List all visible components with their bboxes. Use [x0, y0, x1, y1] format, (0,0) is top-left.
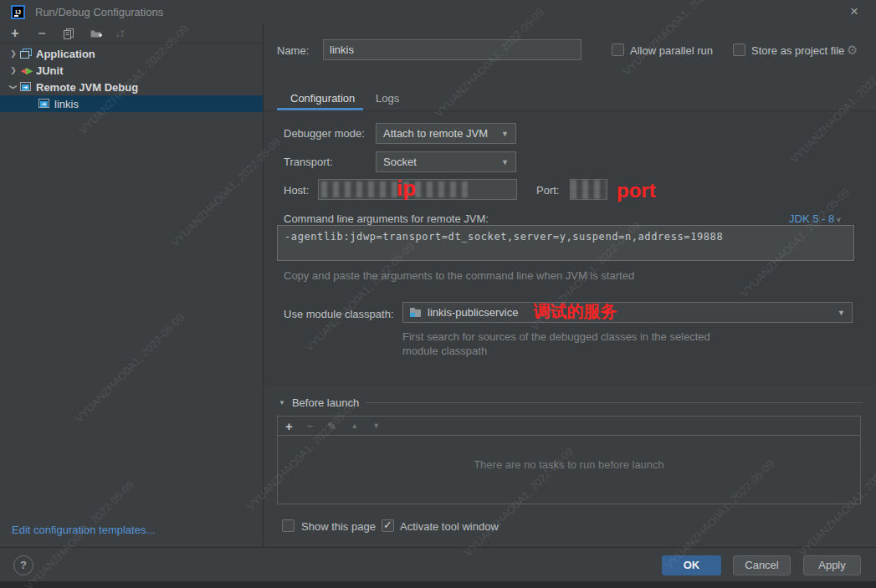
activate-tool-window-label: Activate tool window — [400, 520, 499, 533]
activate-tool-window-checkbox[interactable]: ✓ — [382, 519, 394, 532]
dropdown-arrow-icon: ▼ — [501, 158, 509, 166]
transport-label: Transport: — [284, 156, 333, 168]
tab-configuration[interactable]: Configuration — [290, 92, 355, 105]
chevron-down-icon: ˅ — [834, 216, 841, 224]
tree-item-remote-jvm-debug[interactable]: ❯ ➜ Remote JVM Debug — [0, 79, 263, 95]
store-as-project-file-checkbox[interactable] — [733, 43, 745, 56]
chevron-right-icon[interactable]: ❯ — [7, 66, 20, 74]
add-configuration-icon[interactable]: + — [8, 27, 22, 40]
add-task-icon[interactable]: + — [285, 419, 293, 433]
move-up-icon[interactable]: ▲ — [351, 422, 358, 430]
sidebar-toolbar: + − ↓az — [0, 23, 263, 43]
tree-item-application[interactable]: ❯ Application — [0, 45, 263, 62]
remote-debug-icon: ➜ — [38, 99, 50, 109]
module-classpath-label: Use module classpath: — [284, 308, 394, 320]
close-icon[interactable]: × — [846, 3, 863, 20]
checkmark-icon: ✓ — [383, 519, 392, 531]
dropdown-arrow-icon: ▼ — [838, 309, 845, 317]
store-as-project-file-label: Store as project file — [751, 44, 844, 57]
host-redaction — [321, 182, 470, 197]
transport-select[interactable]: Socket ▼ — [376, 151, 516, 172]
module-annotation: 调试的服务 — [533, 300, 617, 323]
module-hint-line2: module classpath — [402, 345, 487, 357]
module-classpath-select[interactable]: linkis-publicservice 调试的服务 ▼ — [402, 302, 853, 323]
gear-icon[interactable]: ⚙ — [847, 43, 858, 58]
help-button[interactable]: ? — [13, 555, 33, 575]
tree-item-linkis[interactable]: ➜ linkis — [0, 95, 263, 112]
before-launch-header[interactable]: ▼ Before launch — [279, 396, 359, 409]
chevron-expanded-icon[interactable]: ❯ — [9, 80, 18, 94]
allow-parallel-run-checkbox[interactable] — [612, 43, 624, 56]
tree-item-junit[interactable]: ❯ ◀▶ JUnit — [0, 62, 263, 79]
run-debug-configurations-dialog: IJ Run/Debug Configurations × + − ↓az ❯ … — [0, 0, 876, 588]
host-label: Host: — [284, 184, 309, 197]
remote-debug-icon: ➜ — [20, 82, 32, 92]
debugger-mode-select[interactable]: Attach to remote JVM ▼ — [376, 123, 516, 144]
tab-logs[interactable]: Logs — [376, 92, 399, 105]
show-this-page-label: Show this page — [301, 520, 376, 533]
edit-task-icon[interactable]: ✎ — [327, 420, 336, 432]
intellij-logo-icon: IJ — [11, 5, 25, 19]
sort-configurations-icon[interactable]: ↓az — [115, 28, 124, 38]
edit-configuration-templates-link[interactable]: Edit configuration templates... — [12, 524, 155, 536]
show-this-page-checkbox[interactable] — [282, 519, 295, 532]
window-title: Run/Debug Configurations — [35, 6, 163, 18]
copy-configuration-icon[interactable] — [62, 27, 75, 40]
port-redaction — [571, 180, 607, 199]
cmdline-hint: Copy and paste the arguments to the comm… — [284, 269, 634, 282]
apply-button[interactable]: Apply — [803, 555, 861, 575]
name-input[interactable] — [323, 39, 581, 60]
junit-icon: ◀▶ — [20, 65, 32, 75]
new-folder-icon[interactable] — [89, 27, 102, 40]
debugger-mode-label: Debugger mode: — [284, 127, 365, 140]
application-icon — [20, 49, 32, 59]
before-launch-toolbar: + − ✎ ▲ ▼ — [277, 416, 861, 436]
port-annotation: port — [617, 179, 656, 202]
ok-button[interactable]: OK — [662, 555, 721, 575]
port-label: Port: — [536, 184, 559, 197]
remove-task-icon[interactable]: − — [307, 420, 314, 432]
configurations-tree: ❯ Application ❯ ◀▶ JUnit ❯ ➜ Remote JVM … — [0, 43, 263, 112]
module-icon — [410, 308, 422, 317]
collapse-triangle-icon: ▼ — [279, 399, 285, 406]
remove-configuration-icon[interactable]: − — [35, 27, 49, 40]
host-annotation: ip — [397, 176, 416, 202]
jdk-version-link[interactable]: JDK 5 - 8 ˅ — [789, 212, 841, 225]
allow-parallel-run-label: Allow parallel run — [630, 44, 713, 57]
cancel-button[interactable]: Cancel — [733, 555, 791, 575]
name-label: Name: — [277, 44, 309, 57]
chevron-right-icon[interactable]: ❯ — [7, 49, 20, 58]
before-launch-empty-text: There are no tasks to run before launch — [277, 458, 861, 471]
configurations-sidebar: + − ↓az ❯ Application ❯ ◀▶ JUnit — [0, 23, 264, 548]
title-bar: IJ Run/Debug Configurations × — [0, 0, 876, 23]
cmdline-args-textarea[interactable]: -agentlib:jdwp=transport=dt_socket,serve… — [277, 225, 854, 261]
move-down-icon[interactable]: ▼ — [372, 422, 380, 430]
cmdline-args-label: Command line arguments for remote JVM: — [284, 212, 489, 225]
dropdown-arrow-icon: ▼ — [501, 130, 509, 138]
module-hint-line1: First search for sources of the debugged… — [402, 330, 710, 343]
